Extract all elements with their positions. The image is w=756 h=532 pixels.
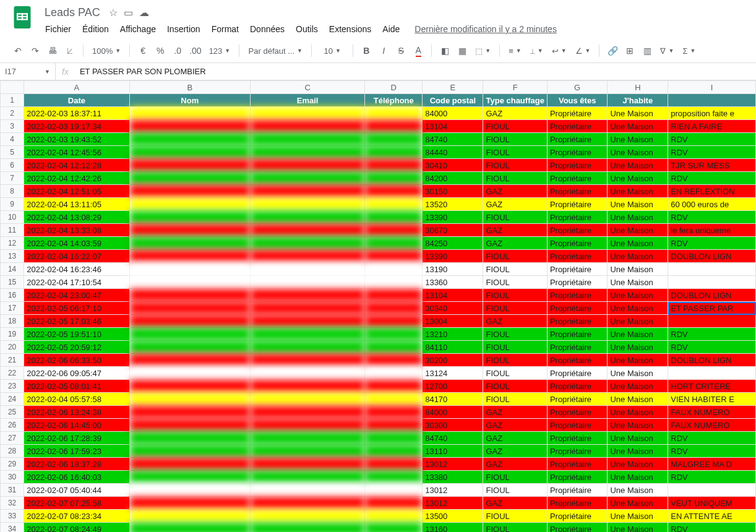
cell[interactable]: Propriétaire [547, 224, 608, 237]
row-header[interactable]: 1 [1, 94, 24, 107]
cell-redacted[interactable]: ████████ [129, 302, 250, 315]
cell[interactable]: Propriétaire [547, 458, 608, 471]
row-header[interactable]: 17 [1, 302, 24, 315]
cell[interactable]: 13190 [423, 263, 483, 276]
merge-button[interactable]: ⬚▼ [471, 43, 494, 59]
cell[interactable]: Propriétaire [547, 172, 608, 185]
cell-redacted[interactable]: ████ [365, 289, 423, 302]
col-header[interactable]: G [547, 81, 608, 94]
cell[interactable]: 2022-02-05 17:03:46 [24, 315, 129, 328]
cell[interactable]: 2022-02-07 05:40:44 [24, 484, 129, 497]
cell[interactable]: Nom [129, 94, 250, 107]
cell-redacted[interactable]: ████████ [129, 237, 250, 250]
cell[interactable]: 84000 [423, 107, 483, 120]
cell[interactable]: Propriétaire [547, 328, 608, 341]
row-header[interactable]: 22 [1, 367, 24, 380]
cell-redacted[interactable]: ████ [365, 445, 423, 458]
cell-redacted[interactable]: ████████ [250, 250, 364, 263]
row-header[interactable]: 7 [1, 172, 24, 185]
paint-format-button[interactable]: ⟀ [62, 43, 78, 59]
row-header[interactable]: 4 [1, 133, 24, 146]
cell[interactable]: GAZ [483, 198, 547, 211]
row-header[interactable]: 13 [1, 250, 24, 263]
cell[interactable]: Une Maison [608, 120, 668, 133]
cell[interactable]: DOUBLON LIGN [668, 250, 756, 263]
cell[interactable]: 2022-02-04 12:45:56 [24, 146, 129, 159]
cell-redacted[interactable]: ████████ [250, 185, 364, 198]
menu-format[interactable]: Format [207, 22, 243, 36]
cell[interactable]: Email [250, 94, 364, 107]
cell-redacted[interactable]: ████████ [250, 302, 364, 315]
cell[interactable]: 84170 [423, 393, 483, 406]
cell[interactable]: RDV [668, 341, 756, 354]
cell-redacted[interactable]: ████████ [129, 341, 250, 354]
cell-redacted[interactable]: ████ [365, 523, 423, 533]
cell[interactable]: Propriétaire [547, 302, 608, 315]
row-header[interactable]: 18 [1, 315, 24, 328]
cell[interactable]: MALGREE MA D [668, 458, 756, 471]
undo-button[interactable]: ↶ [10, 43, 26, 59]
cell[interactable]: GAZ [483, 315, 547, 328]
col-header[interactable]: A [24, 81, 129, 94]
cell-redacted[interactable]: ████████ [129, 133, 250, 146]
cell[interactable]: FIOUL [483, 159, 547, 172]
row-header[interactable]: 9 [1, 198, 24, 211]
cell-redacted[interactable]: ████ [365, 263, 423, 276]
cell-redacted[interactable]: ████████ [129, 393, 250, 406]
cell[interactable]: GAZ [483, 237, 547, 250]
cell[interactable]: 2022-02-06 18:37:28 [24, 458, 129, 471]
cell[interactable]: Une Maison [608, 393, 668, 406]
cell[interactable]: Une Maison [608, 237, 668, 250]
cell[interactable]: GAZ [483, 458, 547, 471]
row-header[interactable]: 31 [1, 484, 24, 497]
cell[interactable]: Date [24, 94, 129, 107]
cell[interactable]: 2022-02-04 16:22:07 [24, 250, 129, 263]
cell-redacted[interactable]: ████████ [129, 224, 250, 237]
row-header[interactable]: 24 [1, 393, 24, 406]
cell-redacted[interactable]: ████████ [129, 367, 250, 380]
cell[interactable]: Propriétaire [547, 198, 608, 211]
cell[interactable]: GAZ [483, 419, 547, 432]
cell[interactable]: 84250 [423, 237, 483, 250]
row-header[interactable]: 25 [1, 406, 24, 419]
more-formats-button[interactable]: 123▼ [205, 43, 234, 59]
cell[interactable]: RDV [668, 432, 756, 445]
cell-redacted[interactable]: ████████ [250, 328, 364, 341]
cell[interactable]: 2022-02-04 12:42:26 [24, 172, 129, 185]
cell[interactable]: 2022-02-06 17:28:39 [24, 432, 129, 445]
cell-redacted[interactable]: ████ [365, 315, 423, 328]
cell-redacted[interactable]: ████ [365, 276, 423, 289]
cell[interactable]: 13390 [423, 211, 483, 224]
cell[interactable]: Une Maison [608, 276, 668, 289]
cell[interactable]: RDV [668, 471, 756, 484]
cell[interactable]: 13012 [423, 497, 483, 510]
cell[interactable]: Propriétaire [547, 419, 608, 432]
col-header[interactable]: F [483, 81, 547, 94]
text-color-button[interactable]: A [410, 43, 426, 59]
cell[interactable]: FIOUL [483, 510, 547, 523]
cell[interactable]: Propriétaire [547, 237, 608, 250]
cell-redacted[interactable]: ████ [365, 302, 423, 315]
row-header[interactable]: 19 [1, 328, 24, 341]
cell[interactable]: EN REFLEXTION [668, 185, 756, 198]
cell[interactable]: RIEN A FAIRE [668, 120, 756, 133]
cell-redacted[interactable]: ████ [365, 497, 423, 510]
row-header[interactable]: 33 [1, 510, 24, 523]
cell-redacted[interactable]: ████ [365, 328, 423, 341]
cell[interactable]: Une Maison [608, 354, 668, 367]
fill-color-button[interactable]: ◧ [437, 43, 453, 59]
cell[interactable]: 2022-02-04 13:33:08 [24, 224, 129, 237]
cell[interactable]: GAZ [483, 107, 547, 120]
cell-redacted[interactable]: ████████ [250, 406, 364, 419]
cell[interactable]: Une Maison [608, 263, 668, 276]
cell[interactable]: RDV [668, 133, 756, 146]
cell[interactable]: 30150 [423, 185, 483, 198]
cell-redacted[interactable]: ████ [365, 458, 423, 471]
cell[interactable]: 13104 [423, 120, 483, 133]
bold-button[interactable]: B [358, 43, 374, 59]
cell[interactable]: 30670 [423, 224, 483, 237]
cell[interactable]: 13160 [423, 523, 483, 533]
cell[interactable]: Une Maison [608, 328, 668, 341]
cell[interactable]: RDV [668, 237, 756, 250]
row-header[interactable]: 15 [1, 276, 24, 289]
